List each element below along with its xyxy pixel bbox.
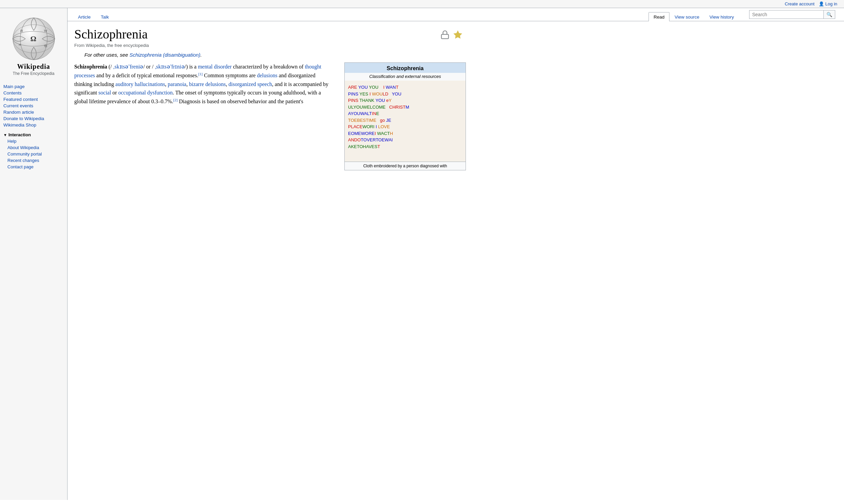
right-tab-group: Read View source View history (649, 12, 739, 21)
sidebar-item-donate[interactable]: Donate to Wikipedia (3, 115, 64, 122)
from-wikipedia-text: From Wikipedia, the free encyclopedia (74, 43, 466, 48)
sidebar-navigation: Main page Contents Featured content Curr… (0, 83, 67, 128)
article-text: Schizophrenia (/ ˌskɪtsəˈfreniə/ or / ˌs… (74, 62, 331, 106)
left-tab-group: Article Talk (73, 12, 114, 21)
tab-view-history[interactable]: View history (704, 12, 739, 21)
bizarre-delusions-link[interactable]: bizarre delusions (189, 81, 226, 87)
sidebar-item-recent-changes[interactable]: Recent changes (3, 157, 64, 164)
sidebar-subtitle: The Free Encyclopedia (13, 71, 54, 76)
infobox-image: ARE YOU YOU I WANT PINS YES I WOULD YOU … (345, 80, 465, 162)
sidebar-item-featured-content[interactable]: Featured content (3, 96, 64, 103)
svg-text:м: м (19, 42, 21, 46)
tab-read[interactable]: Read (649, 12, 669, 21)
mental-disorder-link[interactable]: mental disorder (198, 64, 232, 70)
infobox: Schizophrenia Classification and externa… (344, 62, 466, 170)
sidebar-item-about-wikipedia[interactable]: About Wikipedia (3, 144, 64, 151)
sidebar-item-current-events[interactable]: Current events (3, 103, 64, 109)
sidebar-item-main-page[interactable]: Main page (3, 83, 64, 90)
infobox-subtitle: Classification and external resources (345, 73, 465, 80)
svg-text:华: 华 (44, 44, 47, 48)
title-icons (440, 26, 466, 39)
sidebar-item-contact-page[interactable]: Contact page (3, 164, 64, 170)
sidebar-item-community-portal[interactable]: Community portal (3, 151, 64, 157)
sidebar-item-help[interactable]: Help (3, 138, 64, 144)
star-icon[interactable] (453, 30, 462, 39)
svg-rect-9 (442, 34, 449, 39)
disorganized-speech-link[interactable]: disorganized speech (229, 81, 272, 87)
svg-text:W: W (44, 29, 48, 33)
create-account-link[interactable]: Create account (785, 1, 814, 6)
pronunciation-link-1[interactable]: ˌskɪtsəˈfreniə (113, 64, 143, 70)
sidebar-interaction-section: ▼ Interaction Help About Wikipedia Commu… (0, 132, 67, 170)
article-paragraph-1: Schizophrenia (/ ˌskɪtsəˈfreniə/ or / ˌs… (74, 62, 331, 106)
article-title: Schizophrenia (74, 26, 440, 41)
tab-view-source[interactable]: View source (669, 12, 704, 21)
interaction-nav: Help About Wikipedia Community portal Re… (3, 138, 64, 170)
delusions-link[interactable]: delusions (257, 73, 277, 78)
wikipedia-globe-icon: Ω И W м 华 (12, 17, 56, 61)
svg-text:И: И (20, 29, 23, 33)
svg-text:Ω: Ω (30, 34, 36, 43)
sidebar-title: Wikipedia (17, 63, 50, 71)
infobox-image-caption: Cloth embroidered by a person diagnosed … (345, 162, 465, 170)
log-in-link[interactable]: Log in (825, 1, 837, 6)
sidebar-item-contents[interactable]: Contents (3, 90, 64, 96)
social-dysfunction-link[interactable]: social (99, 90, 111, 95)
ref-1-link[interactable]: [1] (198, 72, 203, 76)
search-area: 🔍 (746, 8, 839, 21)
main-content-area: Article Talk Read View source View histo… (68, 8, 844, 500)
svg-marker-10 (454, 31, 461, 38)
sidebar: Ω И W м 华 Wikipedia The Free Encyclopedi… (0, 8, 68, 500)
occupational-dysfunction-link[interactable]: occupational dysfunction (118, 90, 173, 95)
interaction-header: ▼ Interaction (3, 132, 64, 137)
tab-bar: Article Talk Read View source View histo… (68, 8, 844, 21)
lock-icon (440, 30, 450, 39)
paranoia-link[interactable]: paranoia (168, 81, 186, 87)
search-button[interactable]: 🔍 (823, 10, 835, 19)
sidebar-item-wikimedia-shop[interactable]: Wikimedia Shop (3, 122, 64, 128)
user-icon: 👤 (819, 1, 824, 6)
disambig-link[interactable]: Schizophrenia (disambiguation) (129, 52, 200, 58)
article-title-row: Schizophrenia (74, 26, 466, 41)
cloth-embroidery-text: ARE YOU YOU I WANT PINS YES I WOULD YOU … (348, 84, 462, 150)
search-icon: 🔍 (826, 12, 832, 17)
sidebar-logo: Ω И W м 华 Wikipedia The Free Encyclopedi… (0, 12, 67, 79)
disambiguation-notice: For other uses, see Schizophrenia (disam… (84, 52, 466, 58)
collapse-arrow-icon[interactable]: ▼ (3, 133, 7, 137)
ref-2-link[interactable]: [2] (173, 98, 178, 102)
pronunciation-link-2[interactable]: ˌskɪtsəˈfrɪniə (155, 64, 184, 70)
layout: Ω И W м 华 Wikipedia The Free Encyclopedi… (0, 8, 844, 500)
search-input[interactable] (749, 10, 823, 19)
article-area: Schizophrenia From Wikipedia, the free e… (68, 21, 473, 177)
auditory-hallucinations-link[interactable]: auditory hallucinations (116, 81, 165, 87)
top-bar: Create account 👤 Log in (0, 0, 844, 8)
tab-article[interactable]: Article (73, 12, 96, 21)
infobox-title: Schizophrenia (345, 63, 465, 73)
sidebar-item-random-article[interactable]: Random article (3, 109, 64, 115)
content-body: Schizophrenia (/ ˌskɪtsəˈfreniə/ or / ˌs… (74, 62, 466, 170)
tab-talk[interactable]: Talk (96, 12, 114, 21)
